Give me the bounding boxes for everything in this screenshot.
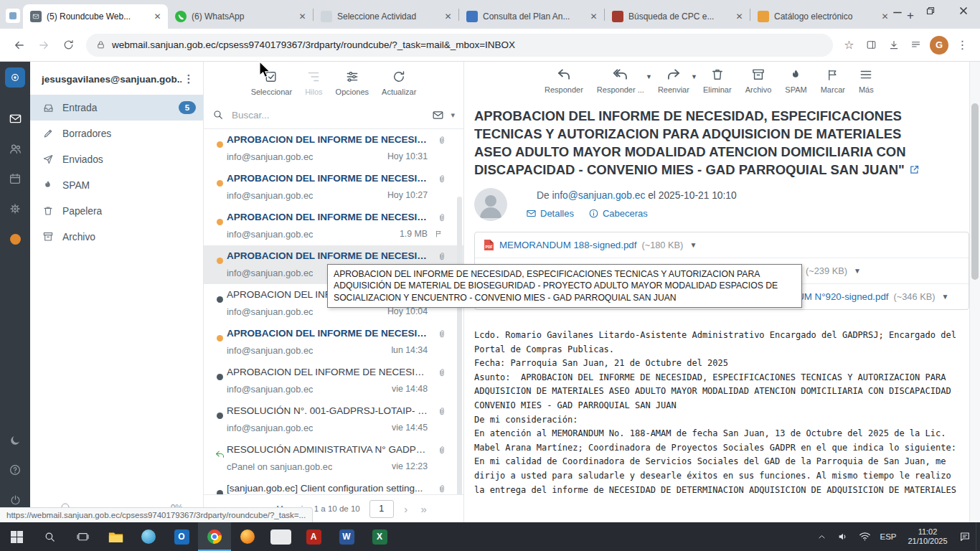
close-window-button[interactable] xyxy=(947,0,980,22)
account-menu-icon[interactable]: ⋮ xyxy=(182,72,196,85)
mark-button[interactable]: Marcar xyxy=(821,67,845,94)
storage-icon[interactable] xyxy=(0,224,30,254)
search-options-chevron-icon[interactable]: ▾ xyxy=(451,110,455,120)
tab-roundcube[interactable]: (5) Roundcube Web... ✕ xyxy=(23,4,168,29)
restore-button[interactable] xyxy=(914,0,947,22)
close-tab-icon[interactable]: ✕ xyxy=(151,11,164,23)
network-wifi-icon[interactable] xyxy=(854,522,875,551)
attachment-size: (~180 KB) xyxy=(641,240,683,250)
page-number-input[interactable] xyxy=(369,500,394,518)
sidebar-item-enviados[interactable]: Enviados xyxy=(30,146,203,172)
reply-all-chevron-icon[interactable]: ▼ xyxy=(646,73,652,80)
browser-menu-icon[interactable]: ⋮ xyxy=(952,34,973,55)
delete-button[interactable]: Eliminar xyxy=(703,67,732,94)
next-page-icon[interactable]: › xyxy=(400,504,412,514)
sender-email-link[interactable]: info@sanjuan.gob.ec xyxy=(552,190,645,201)
language-indicator[interactable]: ESP xyxy=(875,532,901,541)
open-in-new-window-icon[interactable] xyxy=(909,164,920,175)
contacts-icon[interactable] xyxy=(0,133,30,164)
attachment-menu-chevron-icon[interactable]: ▼ xyxy=(689,241,697,249)
tab-consulta-plan[interactable]: Consulta del Plan An... ✕ xyxy=(459,4,604,29)
tab-busqueda-cpc[interactable]: Búsqueda de CPC e... ✕ xyxy=(605,4,750,29)
forward-chevron-icon[interactable]: ▼ xyxy=(691,73,697,80)
message-row[interactable]: APROBACION DEL INFORME DE NECESIDA... in… xyxy=(204,323,463,362)
message-row[interactable]: APROBACION DEL INFORME DE NECESIDA... in… xyxy=(204,129,463,168)
firefox-button[interactable] xyxy=(231,522,264,551)
hidden-icons-chevron-icon[interactable] xyxy=(811,522,832,551)
message-row[interactable]: APROBACION DEL INFORME DE NECESIDA... in… xyxy=(204,207,463,245)
search-scope-icon[interactable] xyxy=(432,109,444,121)
file-explorer-button[interactable] xyxy=(99,522,132,551)
headers-link[interactable]: Cabeceras xyxy=(588,208,648,219)
spam-button[interactable]: SPAM xyxy=(785,67,806,94)
tab-whatsapp[interactable]: (6) WhatsApp ✕ xyxy=(168,4,313,29)
acrobat-button[interactable]: A xyxy=(297,522,330,551)
tab-catalogo[interactable]: Catálogo electrónico ✕ xyxy=(750,4,895,29)
profile-avatar[interactable]: G xyxy=(930,36,948,55)
tab-seleccione-actividad[interactable]: Seleccione Actividad ✕ xyxy=(314,4,458,29)
sidebar-item-spam[interactable]: SPAM xyxy=(30,172,203,198)
downloads-icon[interactable] xyxy=(883,34,904,55)
message-row[interactable]: APROBACION DEL INFORME DE NECESIDA... in… xyxy=(204,168,463,207)
chrome-button[interactable] xyxy=(198,522,231,551)
close-tab-icon[interactable]: ✕ xyxy=(296,11,308,23)
close-tab-icon[interactable]: ✕ xyxy=(588,11,600,23)
close-tab-icon[interactable]: ✕ xyxy=(442,11,454,23)
page-scrollbar[interactable] xyxy=(969,62,980,522)
task-view-button[interactable] xyxy=(66,522,99,551)
dark-mode-moon-icon[interactable] xyxy=(0,425,30,455)
options-button[interactable]: Opciones xyxy=(336,69,369,96)
minimize-button[interactable] xyxy=(881,0,914,22)
side-panel-icon[interactable] xyxy=(861,34,882,55)
edge-button[interactable] xyxy=(132,522,165,551)
show-desktop-button[interactable] xyxy=(976,522,980,551)
sidebar-item-borradores[interactable]: Borradores xyxy=(30,121,203,146)
notepad-button[interactable] xyxy=(264,522,297,551)
archive-button[interactable]: Archivo xyxy=(745,67,772,94)
close-tab-icon[interactable]: ✕ xyxy=(733,11,745,23)
attachment-menu-chevron-icon[interactable]: ▼ xyxy=(854,267,861,275)
mail-icon[interactable] xyxy=(0,103,30,133)
settings-gear-icon[interactable] xyxy=(0,194,30,224)
sidebar-item-papelera[interactable]: Papelera xyxy=(30,198,203,224)
word-button[interactable]: W xyxy=(330,522,363,551)
sidebar-item-archivo[interactable]: Archivo xyxy=(30,224,203,250)
browser-corner-icon[interactable] xyxy=(6,9,20,23)
address-bar[interactable]: webmail.sanjuan.gob.ec/cpsess9740179367/… xyxy=(86,34,833,57)
forward-icon[interactable] xyxy=(33,34,55,56)
details-link[interactable]: Detalles xyxy=(526,208,574,219)
message-row[interactable]: [sanjuan.gob.ec] Client configuration se… xyxy=(204,478,463,494)
message-row[interactable]: APROBACION DEL INFORME DE NECESIDA... in… xyxy=(204,362,463,400)
reading-list-icon[interactable] xyxy=(905,34,926,55)
search-input[interactable] xyxy=(230,109,425,121)
reply-all-button[interactable]: Responder ... ▼ xyxy=(597,67,644,94)
reply-button[interactable]: Responder xyxy=(545,67,583,94)
bookmark-star-icon[interactable]: ☆ xyxy=(839,34,859,55)
volume-icon[interactable] xyxy=(832,522,854,551)
webmail-logo[interactable] xyxy=(5,67,25,88)
refresh-button[interactable]: Actualizar xyxy=(382,69,416,96)
last-page-icon[interactable]: » xyxy=(418,504,430,514)
roundcube-favicon xyxy=(30,11,42,22)
message-row[interactable]: RESOLUCIÓN ADMINISTRATIVA N° GADPR... cP… xyxy=(204,439,463,478)
threads-button[interactable]: Hilos xyxy=(305,69,322,96)
forward-button[interactable]: Reenviar ▼ xyxy=(658,67,689,94)
page-scrollbar-thumb[interactable] xyxy=(971,103,979,280)
back-icon[interactable] xyxy=(9,34,30,56)
flag-icon[interactable] xyxy=(435,230,443,238)
sidebar-item-entrada[interactable]: Entrada 5 xyxy=(30,95,203,121)
help-icon[interactable] xyxy=(0,455,30,485)
taskbar-search-button[interactable] xyxy=(33,522,66,551)
attachment-link[interactable]: MEMORANDUM 188-signed.pdf xyxy=(499,240,636,250)
excel-button[interactable]: X xyxy=(363,522,396,551)
list-scrollbar-thumb[interactable] xyxy=(457,197,462,494)
calendar-icon[interactable] xyxy=(0,164,30,194)
reload-icon[interactable] xyxy=(57,34,79,56)
outlook-button[interactable]: O xyxy=(165,522,198,551)
more-button[interactable]: Más xyxy=(859,67,874,94)
attachment-menu-chevron-icon[interactable]: ▼ xyxy=(942,293,949,301)
message-row[interactable]: RESOLUCIÓN N°. 001-GADPRSJ-LOTAIP- 20...… xyxy=(204,400,463,439)
taskbar-clock[interactable]: 11:02 21/10/2025 xyxy=(901,527,954,547)
action-center-icon[interactable] xyxy=(954,522,976,551)
start-button[interactable] xyxy=(0,522,33,551)
